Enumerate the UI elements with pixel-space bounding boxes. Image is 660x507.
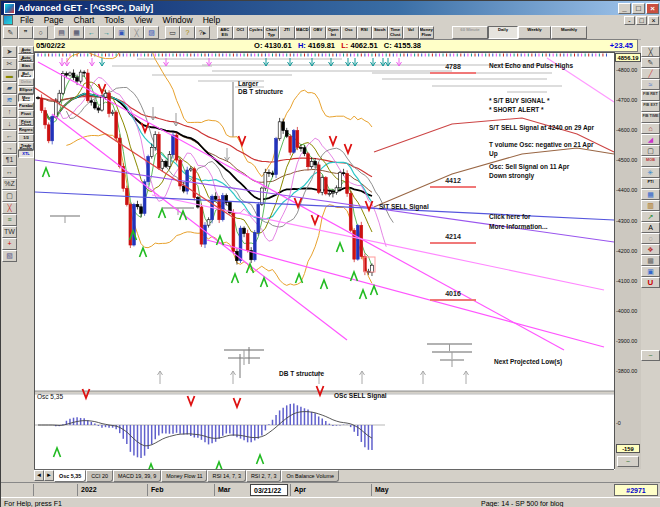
toolbox-study-price-clust[interactable]: Price Clust — [18, 118, 34, 126]
new-chart-button[interactable]: ▤ — [54, 26, 69, 39]
mob-tool[interactable]: MOB — [641, 156, 660, 167]
toolbox-study-trade-profile[interactable]: Trade Profile — [18, 142, 34, 150]
grid-tool[interactable]: ▩ — [641, 255, 660, 266]
fib-retracement-tool[interactable]: FIB RET — [641, 90, 660, 101]
tab-rsi-2-7-3[interactable]: RSI 2, 7, 3 — [246, 470, 281, 482]
pin-tool-button[interactable]: ✎ — [3, 26, 18, 39]
study-button-obv[interactable]: OBV — [310, 26, 326, 39]
paste-button[interactable]: ▨ — [144, 26, 159, 39]
ellipse-tool[interactable]: ✳ — [641, 167, 660, 178]
study-button-abc-elli[interactable]: ABC Elli — [217, 26, 233, 39]
percent-tool[interactable]: %Z — [2, 178, 17, 190]
study-button-macd[interactable]: MACD — [295, 26, 311, 39]
copy-chart-tool[interactable]: ▣ — [641, 266, 660, 277]
child-minimize-button[interactable]: - — [624, 16, 635, 25]
zoom-reset[interactable]: ▬ — [2, 70, 17, 82]
arrow-up-tool[interactable]: ↑ — [2, 106, 17, 118]
chart-canvas[interactable]: Larger DB T structureS/T SELL SignalDB T… — [34, 52, 615, 470]
axis-squiggle-button[interactable]: ~ — [617, 456, 639, 467]
note-link-line[interactable]: More Information... — [489, 223, 548, 231]
print-button[interactable]: ▭ — [165, 26, 180, 39]
pointer-tool[interactable]: ➤ — [2, 46, 17, 58]
toolbox-study-1-3[interactable]: 1/3 — [18, 134, 34, 142]
tab-money-flow-11[interactable]: Money Flow 11 — [161, 470, 207, 482]
pti-tool[interactable]: PTI — [641, 178, 660, 189]
menu-window[interactable]: Window — [157, 15, 197, 25]
paragraph-tool[interactable]: ¶1 — [2, 154, 17, 166]
scissors-tool[interactable]: ✂ — [2, 58, 17, 70]
side-squiggle-button[interactable]: ~ — [641, 350, 660, 361]
study-button-osc[interactable]: Osc — [341, 26, 357, 39]
zoom-tool[interactable]: ◌ — [641, 233, 660, 244]
tab-scroll-left[interactable]: ◄ — [34, 470, 44, 481]
period-button-daily[interactable]: Daily — [488, 26, 518, 39]
study-button-time-clust[interactable]: Time Clust — [388, 26, 404, 39]
trendline-tool[interactable]: ╱ — [641, 68, 660, 79]
open-chart-button[interactable]: ▦ — [69, 26, 84, 39]
wave-tool[interactable]: ≈ — [641, 79, 660, 90]
expansion-tool[interactable]: ↔ — [2, 166, 17, 178]
tab-osc-5-35[interactable]: Osc 5,35 — [54, 470, 86, 482]
close-tool[interactable]: ╳ — [641, 46, 660, 57]
arrow-down-tool[interactable]: ↓ — [2, 118, 17, 130]
chart-folder-tool[interactable]: ▧ — [2, 250, 17, 262]
toolbox-study-ellipse[interactable]: Ellipse — [18, 86, 34, 94]
study-button-chart-typ[interactable]: Chart Typ — [264, 26, 280, 39]
study-button-oci[interactable]: OCI — [233, 26, 249, 39]
study-button-vol[interactable]: Vol — [403, 26, 419, 39]
toolbox-study-pivot[interactable]: Pivot — [18, 110, 34, 118]
tab-on-balance-volume[interactable]: On Balance Volume — [281, 470, 339, 482]
quotes-tool-button[interactable]: ❞ — [18, 26, 33, 39]
tj-web-tool[interactable]: TW — [2, 226, 17, 238]
period-button-monthly[interactable]: Monthly — [551, 26, 587, 39]
child-restore-button[interactable]: □ — [636, 16, 647, 25]
toolbox-study-bol-band[interactable]: Bol. Band — [18, 70, 34, 78]
gann-lines-tool[interactable]: ≡ — [2, 214, 17, 226]
maximize-button[interactable]: □ — [632, 3, 645, 14]
title-bar[interactable]: Advanced GET - [^GSPC, Daily] _ □ × — [1, 1, 660, 15]
export-button[interactable]: → — [99, 26, 114, 39]
profile-tool[interactable]: ▥ — [641, 200, 660, 211]
menu-file[interactable]: File — [15, 15, 39, 25]
pencil-tool[interactable]: ✎ — [641, 57, 660, 68]
elliott-tool[interactable]: ≋ — [2, 94, 17, 106]
copy-button[interactable]: ▣ — [114, 26, 129, 39]
fib-time-tool[interactable]: FIB TIME — [641, 112, 660, 123]
menu-view[interactable]: View — [129, 15, 157, 25]
update-tool[interactable]: U — [641, 277, 660, 288]
menu-help[interactable]: Help — [198, 15, 225, 25]
toolbox-study-auto-trend[interactable]: Auto Trend — [18, 54, 34, 62]
gann-angles-tool[interactable]: ⌂ — [641, 123, 660, 134]
toolbox-study-mov-avg[interactable]: Mov Avg — [18, 94, 34, 102]
study-button-rsi[interactable]: RSI — [357, 26, 373, 39]
minimize-button[interactable]: _ — [618, 3, 631, 14]
gann-fan-tool[interactable]: ◢ — [641, 134, 660, 145]
menu-chart[interactable]: Chart — [69, 15, 100, 25]
search-tool-button[interactable]: ○ — [33, 26, 48, 39]
study-button-jti[interactable]: JTI — [279, 26, 295, 39]
colors-tool[interactable]: ❖ — [641, 244, 660, 255]
toolbox-study-xtl[interactable]: XTL — [18, 150, 34, 158]
rectangle-tool[interactable]: ▢ — [2, 190, 17, 202]
toolbox-study-bias[interactable]: Bias — [18, 62, 34, 70]
crosshair-tool[interactable]: + — [2, 238, 17, 250]
import-button[interactable]: ← — [84, 26, 99, 39]
study-button-stoch[interactable]: Stoch — [372, 26, 388, 39]
tab-macd-19-39-9[interactable]: MACD 19, 39, 9 — [113, 470, 161, 482]
box-tool[interactable]: ▢ — [641, 145, 660, 156]
text-tool[interactable]: A — [641, 222, 660, 233]
menu-tools[interactable]: Tools — [99, 15, 129, 25]
study-button-money-flow[interactable]: Money Flow — [419, 26, 435, 39]
tab-rsi-14-7-3[interactable]: RSI 14, 7, 3 — [207, 470, 245, 482]
help-button[interactable]: ? — [180, 26, 195, 39]
study-button-cycles[interactable]: Cycles — [248, 26, 264, 39]
context-help-button[interactable]: ?▸ — [195, 26, 210, 39]
toolbox-study-parabolic[interactable]: Parabolic — [18, 102, 34, 110]
toolbox-study-regression[interactable]: Regression — [18, 126, 34, 134]
crossed-lines-tool[interactable]: ╳ — [2, 202, 17, 214]
tab-cci-20[interactable]: CCI 20 — [86, 470, 113, 482]
arrow-right-tool[interactable]: → — [2, 142, 17, 154]
tab-scroll-right[interactable]: ► — [44, 470, 54, 481]
menu-page[interactable]: Page — [39, 15, 69, 25]
close-button[interactable]: × — [646, 3, 659, 14]
